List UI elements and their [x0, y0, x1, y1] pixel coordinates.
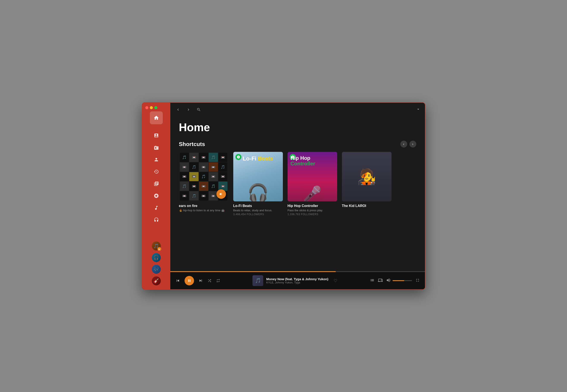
- sidebar: 🎵 ▶ 🎧 🎶: [142, 103, 170, 289]
- lofi-figure: 🎧: [247, 184, 269, 201]
- pause-button[interactable]: [185, 276, 194, 285]
- heart-button[interactable]: ♡: [334, 278, 337, 283]
- progress-container[interactable]: [170, 271, 425, 272]
- card-kid-laroi[interactable]: 🧑‍🎤 The Kid LAROI: [342, 152, 392, 216]
- lofi-art: Lo-Fi Beats 🎧: [233, 152, 283, 201]
- card-subtitle-hiphop: Pass the sticks & press play.: [288, 209, 337, 212]
- cassette-cell: 📼: [199, 182, 208, 191]
- lofi-title-beats: Beats: [258, 155, 273, 162]
- cassette-cell: 📼: [218, 172, 228, 181]
- back-button[interactable]: [175, 106, 182, 113]
- cassette-cell: 📼: [199, 162, 208, 172]
- card-title-laroi: The Kid LAROI: [342, 204, 392, 208]
- repeat-button[interactable]: [216, 279, 220, 283]
- shortcuts-title: Shortcuts: [179, 141, 205, 148]
- cassette-cell: 🎵: [199, 172, 208, 181]
- cassette-cell: 📼: [189, 153, 199, 162]
- page-title: Home: [179, 121, 416, 134]
- avatar-2[interactable]: 🎧: [151, 253, 161, 263]
- volume-slider[interactable]: [393, 280, 412, 281]
- playing-badge: ▶: [157, 247, 161, 251]
- hiphop-figure: 🎤: [303, 186, 322, 201]
- track-thumbnail: 🎵: [252, 275, 263, 286]
- cassette-cell: 🎵: [209, 182, 218, 191]
- fullscreen-button[interactable]: [415, 278, 420, 283]
- card-subtitle-lofi: Beats to relax, study and focus.: [233, 209, 283, 212]
- card-title-lofi: Lo-Fi Beats: [233, 204, 283, 208]
- minimize-button[interactable]: [150, 106, 153, 109]
- sidebar-item-artists[interactable]: [152, 203, 161, 213]
- cassette-cell: 📼: [199, 153, 208, 162]
- nav-controls: [175, 106, 202, 113]
- laroi-art: 🧑‍🎤: [342, 152, 392, 201]
- avatar-3[interactable]: 🎶: [151, 264, 161, 274]
- volume-icon[interactable]: [386, 278, 391, 284]
- home-icon: [154, 115, 159, 121]
- sidebar-item-profile[interactable]: [152, 155, 161, 164]
- shortcuts-next-button[interactable]: ›: [409, 141, 416, 148]
- sidebar-avatars: 🎵 ▶ 🎧 🎶: [151, 241, 161, 288]
- card-title-hiphop: Hip Hop Controller: [288, 204, 337, 208]
- sidebar-item-podcasts[interactable]: [152, 215, 161, 225]
- cassette-cell: 🎵: [189, 191, 199, 200]
- cassette-cell: 📼: [218, 153, 228, 162]
- app-window: 🎵 ▶ 🎧 🎶: [142, 102, 425, 290]
- prev-button[interactable]: [175, 278, 180, 283]
- sidebar-item-library[interactable]: [152, 179, 161, 188]
- player-right-controls: [370, 278, 420, 284]
- close-button[interactable]: [145, 106, 148, 109]
- cassette-cell: 📼: [199, 191, 208, 200]
- card-lofi-beats[interactable]: Lo-Fi Beats 🎧 Lo-Fi Beats Beats to relax…: [233, 152, 283, 216]
- hiphop-title-line1: Hip Hop: [291, 155, 315, 161]
- top-bar: [170, 103, 425, 116]
- card-meta-lofi: 3,466,454 FOLLOWERS: [233, 213, 283, 216]
- hiphop-title-line2: Controller: [291, 161, 315, 167]
- next-button[interactable]: [198, 278, 203, 283]
- cassette-cell: 📼: [189, 172, 199, 181]
- card-image-ears-on-fire: 🎵 📼 📼 🎵 📼 📼 🎵 📼 📼 🎵: [179, 152, 229, 201]
- sidebar-item-vinyl[interactable]: [152, 191, 161, 200]
- player-controls: [175, 276, 220, 285]
- content-area: Home Shortcuts ‹ ›: [170, 103, 425, 289]
- card-image-laroi: 🧑‍🎤: [342, 152, 392, 201]
- cassette-cell: 📼: [209, 162, 218, 172]
- shortcuts-prev-button[interactable]: ‹: [400, 141, 407, 148]
- volume-control: [386, 278, 412, 284]
- card-hiphop-controller[interactable]: Hip Hop Controller 🎤 Hip Hop Controller …: [288, 152, 337, 216]
- queue-button[interactable]: [370, 278, 375, 284]
- avatar-4[interactable]: 🎸: [151, 276, 161, 286]
- cassette-cell: 🎵: [209, 153, 218, 162]
- spotify-badge-lofi: [235, 154, 241, 160]
- search-button[interactable]: [195, 106, 202, 113]
- main-layout: 🎵 ▶ 🎧 🎶: [142, 103, 425, 289]
- play-button-ears-on-fire[interactable]: [217, 189, 226, 199]
- card-title-ears-on-fire: ears on fire: [179, 204, 229, 208]
- forward-button[interactable]: [185, 106, 192, 113]
- devices-button[interactable]: [378, 278, 383, 284]
- track-artist: KYLE, Johnny Yukon, Tyga: [266, 281, 328, 284]
- track-details: Money Now (feat. Tyga & Johnny Yukon) KY…: [266, 277, 328, 284]
- sidebar-item-history[interactable]: [152, 167, 161, 176]
- cassette-cell: 📼: [189, 182, 199, 191]
- cassette-cell: 📼: [180, 172, 189, 181]
- avatar-1-container[interactable]: 🎵 ▶: [151, 241, 161, 251]
- home-nav-button[interactable]: [150, 111, 163, 124]
- progress-fill: [170, 271, 336, 272]
- track-info: 🎵 Money Now (feat. Tyga & Johnny Yukon) …: [225, 275, 365, 286]
- dropdown-button[interactable]: [416, 107, 421, 113]
- card-image-hiphop: Hip Hop Controller 🎤: [288, 152, 337, 201]
- section-navigation: ‹ ›: [400, 141, 416, 148]
- hiphop-art: Hip Hop Controller 🎤: [288, 152, 337, 201]
- card-ears-on-fire[interactable]: 🎵 📼 📼 🎵 📼 📼 🎵 📼 📼 🎵: [179, 152, 229, 216]
- hiphop-title: Hip Hop Controller: [291, 155, 315, 167]
- sidebar-item-radio[interactable]: [152, 143, 161, 152]
- maximize-button[interactable]: [154, 106, 157, 109]
- shuffle-button[interactable]: [207, 279, 212, 283]
- cassette-cell: 📼: [180, 191, 189, 200]
- shortcuts-section-header: Shortcuts ‹ ›: [179, 141, 416, 148]
- top-bar-right: [416, 107, 421, 113]
- window-controls: [142, 106, 157, 109]
- player-bar: 🎵 Money Now (feat. Tyga & Johnny Yukon) …: [170, 272, 425, 289]
- cassette-cell: 🎵: [180, 182, 189, 191]
- sidebar-item-inbox[interactable]: [152, 131, 161, 140]
